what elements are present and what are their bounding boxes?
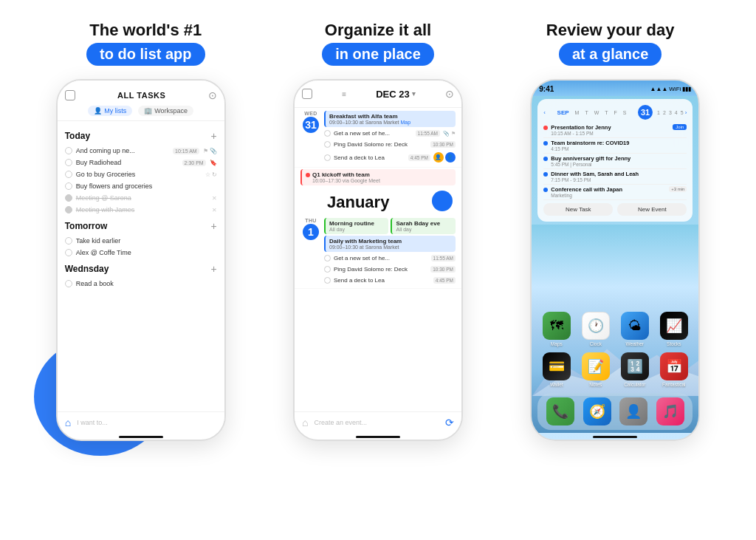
p2-day-label-wed: WED 31 bbox=[300, 111, 321, 133]
p2-task-row[interactable]: Ping David Solomo re: Deck 10:30 PM bbox=[324, 264, 456, 274]
p1-top-bar: ALL TASKS ⊙ bbox=[65, 89, 217, 101]
dock-icon-contacts[interactable]: 👤 bbox=[619, 397, 647, 425]
task-circle bbox=[324, 154, 331, 161]
task-circle bbox=[324, 255, 331, 262]
task-item[interactable]: Alex @ Coffe Time bbox=[65, 247, 217, 259]
star-icon: ☆ bbox=[205, 171, 210, 178]
task-item[interactable]: Buy flowers and groceries bbox=[65, 180, 217, 192]
phone-1: ALL TASKS ⊙ 👤 My lists 🏢 Workspace bbox=[56, 79, 226, 441]
dock-icon-safari[interactable]: 🧭 bbox=[583, 397, 611, 425]
app-icon-fantastical[interactable]: 📅 Fantastical bbox=[656, 352, 691, 387]
p1-footer: ⌂ I want to... bbox=[58, 411, 224, 433]
task-circle bbox=[324, 266, 331, 273]
close-icon[interactable]: ✕ bbox=[212, 207, 217, 213]
p2-event-sarah[interactable]: Sarah Bday eve All day bbox=[391, 218, 456, 234]
task-circle bbox=[324, 277, 331, 284]
task-item[interactable]: And coming up ne... 10:15 AM ⚑ 📎 bbox=[65, 145, 217, 157]
phone-1-wrapper: ALL TASKS ⊙ 👤 My lists 🏢 Workspace bbox=[56, 79, 226, 441]
p1-tabs: 👤 My lists 🏢 Workspace bbox=[65, 106, 217, 116]
app-icon-stocks[interactable]: 📈 Stocks bbox=[656, 312, 691, 346]
p2-menu-icon: ≡ bbox=[342, 90, 346, 98]
app-icon-maps[interactable]: 🗺 Maps bbox=[539, 312, 574, 346]
person-icon: 👤 bbox=[94, 107, 102, 115]
bookmark-icon: 🔖 bbox=[210, 160, 217, 166]
header-1-pill: to do list app bbox=[86, 43, 205, 66]
task-item[interactable]: Buy Radiohead 2:30 PM 🔖 bbox=[65, 157, 217, 168]
p2-task-row[interactable]: Get a new set of he... 11:55 AM bbox=[324, 253, 456, 263]
app-icon-wallet[interactable]: 💳 Wallet bbox=[539, 352, 574, 387]
attach-icon: 📎 bbox=[443, 131, 450, 137]
p1-tab-workspace[interactable]: 🏢 Workspace bbox=[138, 106, 193, 116]
p2-date-title: DEC 23 ▾ bbox=[376, 89, 416, 100]
app-icon-weather[interactable]: 🌤 Weather bbox=[617, 312, 652, 346]
task-item[interactable]: Take kid earlier bbox=[65, 235, 217, 247]
p3-event-item[interactable]: Conference call with Japan Marketing +3 … bbox=[543, 185, 687, 200]
dock-icon-phone[interactable]: 📞 bbox=[546, 397, 574, 425]
p2-footer: ⌂ Create an event... ⟳ bbox=[295, 411, 461, 433]
home-icon[interactable]: ⌂ bbox=[65, 417, 71, 428]
p3-status-bar: 9:41 ▲▲▲ WiFi ▮▮▮ bbox=[532, 81, 698, 96]
p3-event-item[interactable]: Presentation for Jenny 10:15 AM - 1:15 P… bbox=[543, 123, 687, 138]
p1-checkbox[interactable] bbox=[65, 90, 75, 100]
task-item-done[interactable]: Meeting with James ✕ bbox=[65, 204, 217, 216]
chevron-right-icon[interactable]: › bbox=[685, 109, 687, 116]
headers-section: The world's #1 to do list app Organize i… bbox=[0, 0, 756, 79]
p1-add-tomorrow[interactable]: + bbox=[210, 220, 216, 232]
new-event-button[interactable]: New Event bbox=[617, 203, 687, 216]
new-task-button[interactable]: New Task bbox=[543, 203, 613, 216]
p2-input[interactable]: Create an event... bbox=[314, 419, 439, 426]
task-item[interactable]: Read a book bbox=[65, 278, 217, 290]
p1-body: Today + And coming up ne... 10:15 AM ⚑ 📎 bbox=[58, 121, 224, 411]
p2-task-row[interactable]: Ping David Solomo re: Deck 10:30 PM bbox=[324, 140, 456, 149]
phone-3-wrapper: 9:41 ▲▲▲ WiFi ▮▮▮ ‹ SEP bbox=[530, 79, 700, 441]
task-circle bbox=[65, 237, 72, 245]
p3-event-item[interactable]: Team brainstorm re: COVID19 4:15 PM bbox=[543, 138, 687, 154]
wifi-icon: WiFi bbox=[669, 86, 681, 92]
p2-event-morning[interactable]: Morning routine All day bbox=[324, 218, 389, 234]
header-1-line1: The world's #1 bbox=[89, 21, 202, 40]
p2-more-icon[interactable]: ⊙ bbox=[445, 88, 454, 100]
p3-app-grid-row2: 💳 Wallet 📝 Notes 🔢 Calculator 📅 bbox=[532, 349, 698, 390]
header-3: Review your day at a glance bbox=[500, 21, 721, 66]
task-circle bbox=[65, 159, 72, 166]
p3-events-list: Presentation for Jenny 10:15 AM - 1:15 P… bbox=[543, 123, 687, 200]
battery-icon: ▮▮▮ bbox=[682, 86, 691, 92]
p3-home-bar bbox=[593, 436, 637, 438]
refresh-icon[interactable]: ⟳ bbox=[445, 417, 454, 428]
signal-icon: ▲▲▲ bbox=[650, 86, 668, 92]
p1-section-today: Today + bbox=[65, 130, 217, 142]
p1-add-today[interactable]: + bbox=[210, 130, 216, 142]
p2-top-bar: ≡ DEC 23 ▾ ⊙ bbox=[302, 88, 454, 100]
p3-event-item[interactable]: Buy anniversary gift for Jenny 5:45 PM |… bbox=[543, 154, 687, 169]
chevron-left-icon[interactable]: ‹ bbox=[543, 109, 546, 116]
app-icon-clock[interactable]: 🕐 Clock bbox=[578, 312, 613, 346]
app-icon-calculator[interactable]: 🔢 Calculator bbox=[617, 352, 652, 387]
p2-event-q1kickoff[interactable]: Q1 kickoff with team 16:00–17:30 via Goo… bbox=[300, 169, 456, 185]
header-3-pill: at a glance bbox=[559, 43, 662, 66]
p3-event-item[interactable]: Dinner with Sam, Sarah and Leah 7:15 PM … bbox=[543, 169, 687, 185]
workspace-icon: 🏢 bbox=[144, 107, 152, 115]
header-2-pill: in one place bbox=[322, 43, 434, 66]
page: The world's #1 to do list app Organize i… bbox=[0, 0, 756, 540]
p2-task-row[interactable]: Send a deck to Lea 4:45 PM 👤 👤 bbox=[324, 151, 456, 164]
p2-task-row[interactable]: Send a deck to Lea 4:45 PM bbox=[324, 276, 456, 285]
phone-2-wrapper: ≡ DEC 23 ▾ ⊙ WED 31 bbox=[293, 79, 463, 441]
p2-event-breakfast[interactable]: Breakfast with Alfa team 09:00–10:30 at … bbox=[324, 111, 456, 127]
p2-task-row[interactable]: Get a new set of he... 11:55 AM 📎 ⚑ bbox=[324, 129, 456, 138]
close-icon[interactable]: ✕ bbox=[212, 195, 217, 202]
p2-event-daily[interactable]: Daily with Marketing team 09:00–10:30 at… bbox=[324, 236, 456, 252]
chevron-down-icon[interactable]: ▾ bbox=[412, 90, 416, 98]
today-badge[interactable]: 31 bbox=[638, 105, 653, 120]
task-item-done[interactable]: Meeting @ Sarona ✕ bbox=[65, 192, 217, 204]
p2-checkbox[interactable] bbox=[302, 89, 312, 99]
p1-more-icon[interactable]: ⊙ bbox=[208, 89, 217, 101]
task-circle-done bbox=[65, 194, 72, 202]
task-item[interactable]: Go to buy Groceries ☆ ↻ bbox=[65, 168, 217, 180]
app-icon-notes[interactable]: 📝 Notes bbox=[578, 352, 613, 387]
p1-tab-mylists[interactable]: 👤 My lists bbox=[88, 106, 132, 116]
p1-input[interactable]: I want to... bbox=[77, 419, 217, 426]
p1-section-wednesday: Wednsday + bbox=[65, 263, 217, 275]
dock-icon-music[interactable]: 🎵 bbox=[656, 397, 684, 425]
p1-add-wednesday[interactable]: + bbox=[210, 263, 216, 275]
home-icon[interactable]: ⌂ bbox=[302, 417, 308, 428]
